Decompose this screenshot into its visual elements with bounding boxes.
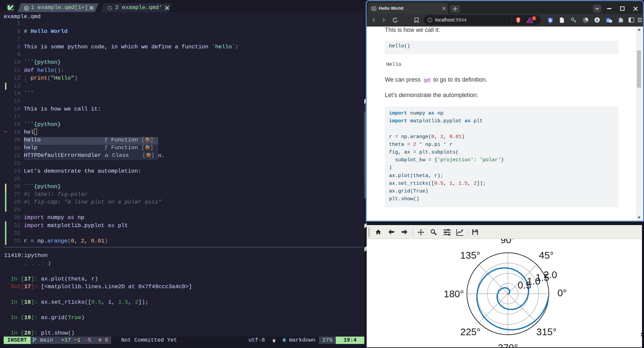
- svg-text:6: 6: [596, 18, 598, 22]
- svg-text:a: a: [610, 20, 611, 23]
